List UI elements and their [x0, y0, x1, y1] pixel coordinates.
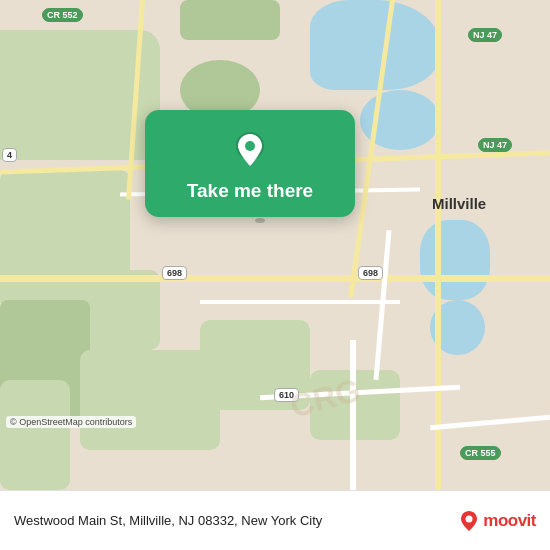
green-area-6: [0, 380, 70, 490]
osm-attribution: © OpenStreetMap contributors: [6, 416, 136, 428]
road-badge-nj47b: NJ 47: [478, 138, 512, 152]
road-w1: [200, 300, 400, 304]
road-badge-cr555: CR 555: [460, 446, 501, 460]
bottom-bar: Westwood Main St, Millville, NJ 08332, N…: [0, 490, 550, 550]
city-label-millville: Millville: [432, 195, 486, 212]
road-badge-4: 4: [2, 148, 17, 162]
road-badge-610: 610: [274, 388, 299, 402]
water-body-1: [310, 0, 440, 90]
road-h1: [0, 275, 550, 282]
road-badge-nj47a: NJ 47: [468, 28, 502, 42]
location-pin-icon: [228, 128, 272, 172]
cta-overlay: Take me there: [145, 110, 355, 217]
moovit-pin-icon: [459, 510, 479, 532]
moovit-text: moovit: [483, 511, 536, 531]
road-badge-cr552: CR 552: [42, 8, 83, 22]
cta-box[interactable]: Take me there: [145, 110, 355, 217]
svg-point-1: [245, 141, 255, 151]
road-badge-698b: 698: [358, 266, 383, 280]
map-container: Millville CRG CR 552 NJ 47 NJ 47 698 698…: [0, 0, 550, 490]
water-body-3: [420, 220, 490, 300]
osm-copyright: © OpenStreetMap contributors: [10, 417, 132, 427]
road-w2: [350, 340, 356, 490]
green-area-10: [180, 0, 280, 40]
address-label: Westwood Main St, Millville, NJ 08332, N…: [14, 513, 459, 528]
moovit-logo: moovit: [459, 510, 536, 532]
green-area-5: [80, 350, 220, 450]
road-badge-698a: 698: [162, 266, 187, 280]
road-v1: [435, 0, 441, 490]
take-me-there-button[interactable]: Take me there: [187, 180, 313, 203]
svg-point-2: [466, 515, 473, 522]
pin-shadow: [255, 218, 265, 223]
